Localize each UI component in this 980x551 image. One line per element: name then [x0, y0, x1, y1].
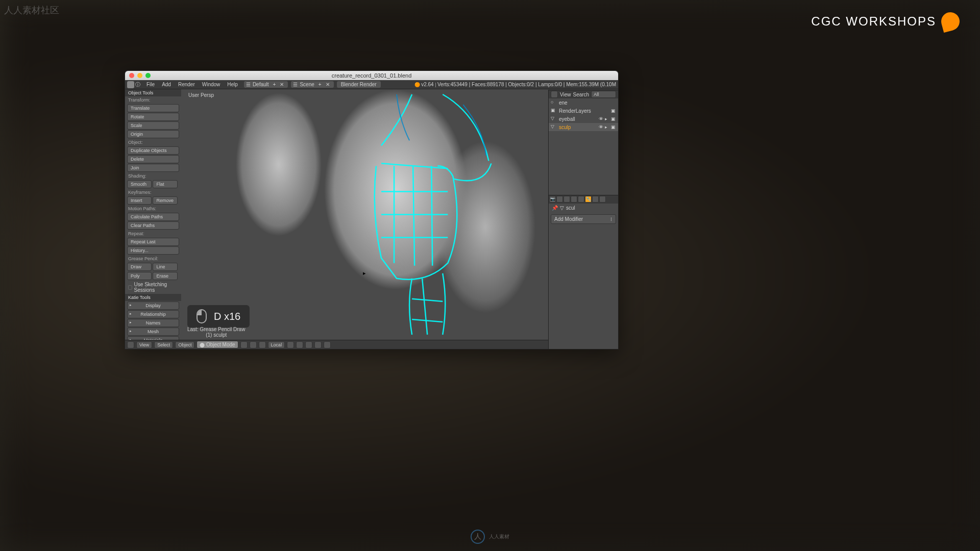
join-button[interactable]: Join — [127, 164, 179, 172]
katie-mesh-button[interactable]: Mesh — [127, 328, 179, 336]
select-menu[interactable]: Select — [154, 341, 173, 348]
object-tools-header[interactable]: Object Tools — [125, 89, 181, 96]
constraints-tab-icon[interactable] — [578, 196, 584, 203]
layer-button[interactable] — [305, 341, 312, 348]
zoom-icon[interactable] — [145, 73, 151, 78]
editor-type-icon[interactable]: ⓘ — [135, 81, 142, 88]
clear-paths-button[interactable]: Clear Paths — [127, 221, 179, 230]
grease-pencil-label: Grease Pencil: — [125, 255, 181, 262]
flat-button[interactable]: Flat — [153, 180, 177, 188]
add-modifier-button[interactable]: Add Modifier⫶ — [551, 214, 616, 224]
viewport-shading-icon[interactable] — [240, 341, 248, 348]
outliner-filter[interactable]: All — [591, 91, 616, 98]
mesh-icon: ▽ — [551, 116, 557, 122]
render-layers-icon: ▣ — [551, 108, 557, 114]
scale-button[interactable]: Scale — [127, 121, 179, 130]
katie-tools-header[interactable]: Katie Tools — [125, 294, 181, 301]
info-header: ⓘ File Add Render Window Help ☰ Default … — [125, 80, 618, 89]
data-tab-icon[interactable] — [592, 196, 599, 203]
editor-type-icon[interactable] — [127, 341, 134, 348]
rotate-button[interactable]: Rotate — [127, 113, 179, 121]
restrict-icon[interactable]: ▣ — [611, 108, 616, 113]
sketching-sessions-checkbox[interactable]: Use Sketching Sessions — [125, 281, 181, 294]
menu-file[interactable]: File — [143, 81, 158, 88]
menu-render[interactable]: Render — [175, 81, 198, 88]
material-tab-icon[interactable] — [599, 196, 606, 203]
close-icon[interactable] — [129, 73, 134, 78]
menu-help[interactable]: Help — [224, 81, 241, 88]
outliner-item-sculp[interactable]: ▽sculp👁▸▣ — [549, 123, 618, 131]
layer-button[interactable] — [296, 341, 303, 348]
3d-viewport[interactable]: User Persp — [181, 89, 571, 340]
properties-breadcrumb: 📌 ▽ scul — [549, 204, 618, 212]
render-tab-icon[interactable]: 📷 — [549, 196, 556, 203]
orientation-selector[interactable]: Local — [268, 341, 285, 348]
origin-button[interactable]: Origin — [127, 130, 179, 138]
object-menu[interactable]: Object — [175, 341, 194, 348]
menu-window[interactable]: Window — [199, 81, 224, 88]
search-menu[interactable]: Search — [573, 92, 590, 97]
snap-icon[interactable] — [314, 341, 322, 348]
object-label: Object: — [125, 139, 181, 146]
view-menu[interactable]: View — [560, 92, 571, 97]
katie-materials-button[interactable]: Materials — [127, 336, 179, 340]
3dview-header: View Select Object ⬤ Object Mode Local — [125, 340, 618, 349]
scene-stats: 🟠 v2.64 | Verts:453449 | Faces:889178 | … — [414, 82, 616, 87]
minimize-icon[interactable] — [137, 73, 142, 78]
object-tab-icon[interactable] — [571, 196, 577, 203]
titlebar[interactable]: creature_record_0301_01.blend — [125, 71, 618, 80]
visibility-icon[interactable]: 👁 — [599, 116, 604, 121]
layer-button[interactable] — [287, 341, 294, 348]
properties-tabs: 📷 🔧 — [549, 195, 618, 204]
remove-key-button[interactable]: Remove — [153, 196, 177, 205]
pivot-icon[interactable] — [250, 341, 257, 348]
render-icon[interactable]: ▣ — [611, 116, 616, 121]
view-label: User Persp — [188, 92, 214, 98]
outliner-item-scene[interactable]: ○ene — [549, 98, 618, 107]
delete-button[interactable]: Delete — [127, 155, 179, 163]
insert-key-button[interactable]: Insert — [127, 196, 152, 205]
watermark-top-left: 人人素材社区 — [4, 4, 59, 16]
render-icon[interactable] — [324, 341, 331, 348]
menu-add[interactable]: Add — [159, 81, 174, 88]
editor-type-icon[interactable] — [551, 91, 558, 98]
katie-names-button[interactable]: Names — [127, 319, 179, 327]
gp-erase-button[interactable]: Erase — [153, 272, 177, 280]
history-button[interactable]: History... — [127, 246, 179, 255]
mode-selector[interactable]: ⬤ Object Mode — [197, 341, 238, 348]
smooth-button[interactable]: Smooth — [127, 180, 152, 188]
gp-poly-button[interactable]: Poly — [127, 272, 152, 280]
duplicate-button[interactable]: Duplicate Objects — [127, 146, 179, 155]
selectable-icon[interactable]: ▸ — [605, 116, 610, 121]
gp-line-button[interactable]: Line — [153, 263, 177, 271]
cgc-logo-icon — [939, 10, 962, 33]
manipulator-icon[interactable] — [259, 341, 266, 348]
gp-draw-button[interactable]: Draw — [127, 263, 152, 271]
calc-paths-button[interactable]: Calculate Paths — [127, 213, 179, 221]
tool-shelf: Object Tools Transform: Translate Rotate… — [125, 89, 181, 340]
window-title: creature_record_0301_01.blend — [332, 72, 412, 79]
view-menu[interactable]: View — [136, 341, 152, 348]
modifiers-tab-icon[interactable]: 🔧 — [585, 196, 592, 203]
blender-icon[interactable] — [127, 81, 134, 88]
katie-relationship-button[interactable]: Relationship — [127, 310, 179, 318]
cursor-icon: ▸ — [363, 270, 366, 277]
blender-window: creature_record_0301_01.blend ⓘ File Add… — [125, 70, 619, 349]
katie-display-button[interactable]: Display — [127, 302, 179, 310]
shading-label: Shading: — [125, 172, 181, 180]
outliner-item-renderlayers[interactable]: ▣RenderLayers▣ — [549, 107, 618, 115]
render-engine-selector[interactable]: Blender Render — [337, 81, 381, 88]
scene-tab-icon[interactable] — [556, 196, 563, 203]
visibility-icon[interactable]: 👁 — [599, 124, 604, 130]
screen-layout-selector[interactable]: ☰ Default +✕ — [244, 81, 288, 88]
repeat-label: Repeat: — [125, 230, 181, 237]
outliner-item-eyeball[interactable]: ▽eyeball👁▸▣ — [549, 115, 618, 123]
world-tab-icon[interactable] — [564, 196, 570, 203]
render-icon[interactable]: ▣ — [611, 124, 616, 130]
selectable-icon[interactable]: ▸ — [605, 124, 610, 130]
keyframes-label: Keyframes: — [125, 189, 181, 196]
scene-selector[interactable]: ☰ Scene +✕ — [291, 81, 333, 88]
repeat-last-button[interactable]: Repeat Last — [127, 238, 179, 246]
translate-button[interactable]: Translate — [127, 104, 179, 112]
pin-icon[interactable]: 📌 — [552, 205, 558, 211]
